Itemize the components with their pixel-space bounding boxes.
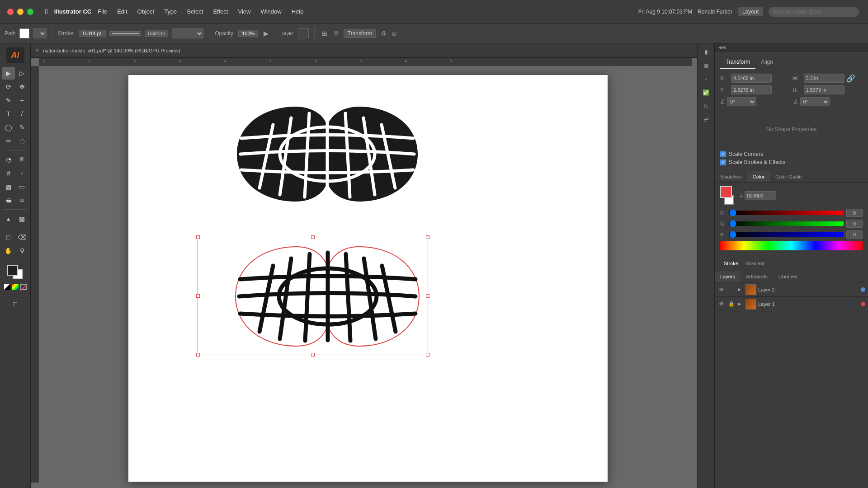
- artboard[interactable]: [128, 75, 608, 482]
- none-stroke-icon[interactable]: [20, 284, 27, 290]
- link-icon[interactable]: ☍: [702, 115, 711, 125]
- tab-align[interactable]: Align: [755, 56, 778, 69]
- tab-transform[interactable]: Transform: [720, 56, 755, 69]
- uniform-dropdown[interactable]: Uniform: [145, 30, 169, 37]
- envelope-icon[interactable]: ⎙: [380, 29, 387, 38]
- style-swatch[interactable]: [298, 28, 309, 38]
- scale-tool[interactable]: ✥: [16, 80, 28, 93]
- h-input[interactable]: [804, 85, 844, 94]
- gradient-tool[interactable]: ▭: [16, 180, 28, 193]
- layer-2-row[interactable]: 👁 ► Layer 2: [715, 282, 868, 297]
- ellipse-tool[interactable]: ◯: [2, 121, 15, 134]
- scale-corners-checkbox[interactable]: [720, 151, 726, 157]
- pen-tool[interactable]: ✎: [2, 94, 15, 107]
- transform-2-icon[interactable]: ⎚: [391, 29, 398, 38]
- maximize-button[interactable]: [27, 9, 33, 15]
- line-tool[interactable]: /: [16, 108, 28, 120]
- zoom-tool[interactable]: ⚲: [16, 244, 28, 257]
- menu-type[interactable]: Type: [160, 6, 181, 17]
- tab-color[interactable]: Color: [747, 171, 770, 182]
- menu-window[interactable]: Window: [256, 6, 286, 17]
- direct-selection-tool[interactable]: ▷: [16, 67, 28, 80]
- menu-select[interactable]: Select: [182, 6, 208, 17]
- b-value[interactable]: [846, 230, 863, 239]
- selection-tool[interactable]: ▶: [2, 67, 15, 80]
- change-screen-mode-tool[interactable]: □: [9, 298, 22, 310]
- blob-brush-tool[interactable]: ◌: [16, 135, 28, 147]
- stroke-style-dropdown[interactable]: [172, 28, 203, 38]
- warp-tool[interactable]: ◔: [2, 153, 15, 166]
- r-value[interactable]: [846, 209, 863, 217]
- tab-gradient[interactable]: Gradient: [742, 259, 768, 268]
- menu-effect[interactable]: Effect: [208, 6, 232, 17]
- blend-tool[interactable]: ∞: [16, 194, 28, 206]
- canvas-container[interactable]: 0 1 2 3 4 5 6 7 8 9: [31, 58, 697, 488]
- menu-file[interactable]: File: [93, 6, 112, 17]
- add-anchor-tool[interactable]: +: [16, 94, 28, 107]
- angle1-dropdown[interactable]: 0°: [727, 97, 756, 106]
- r-slider[interactable]: [729, 211, 844, 215]
- color-spectrum-bar[interactable]: [720, 241, 863, 250]
- export-icon[interactable]: ⎘: [703, 101, 709, 111]
- close-button[interactable]: [7, 9, 14, 15]
- pencil-tool[interactable]: ✎: [16, 121, 28, 134]
- y-input[interactable]: [731, 85, 772, 94]
- fill-swatch[interactable]: [19, 28, 29, 38]
- type-tool[interactable]: T: [2, 108, 15, 120]
- link-wh-icon[interactable]: 🔗: [846, 74, 855, 83]
- image-icon[interactable]: ✅: [701, 88, 711, 98]
- layer-1-row[interactable]: 👁 🔒 ► Layer 1: [715, 297, 868, 311]
- align-icon[interactable]: ⊞: [320, 29, 329, 38]
- x-input[interactable]: [731, 74, 772, 83]
- layer1-expand-icon[interactable]: ►: [737, 301, 744, 306]
- layer2-visibility-icon[interactable]: 👁: [717, 286, 726, 294]
- transform-button[interactable]: Transform: [344, 29, 376, 38]
- perspective-tool[interactable]: ▫: [16, 167, 28, 179]
- tab-artboards[interactable]: Artboards: [741, 271, 773, 282]
- tab-swatches[interactable]: Swatches: [715, 171, 747, 182]
- none-icon[interactable]: [4, 284, 10, 290]
- menu-view[interactable]: View: [233, 6, 255, 17]
- live-paint-tool[interactable]: ☌: [2, 167, 15, 179]
- mesh-tool[interactable]: ▩: [2, 180, 15, 193]
- tab-libraries[interactable]: Libraries: [773, 271, 803, 282]
- scale-strokes-checkbox[interactable]: [720, 160, 726, 165]
- stroke-value[interactable]: 0.314 pt: [79, 30, 106, 37]
- hex-input[interactable]: [745, 191, 776, 200]
- column-graph-tool[interactable]: ▩: [16, 212, 28, 225]
- rotate-tool[interactable]: ⟳: [2, 80, 15, 93]
- opacity-arrow-icon[interactable]: ▶: [262, 29, 270, 38]
- layer2-expand-icon[interactable]: ►: [737, 287, 744, 292]
- fill-box[interactable]: [7, 265, 18, 276]
- fg-color-swatch[interactable]: [720, 186, 732, 198]
- free-transform-tool[interactable]: ⎘: [16, 153, 28, 166]
- g-slider[interactable]: [729, 221, 844, 226]
- artboard-tool[interactable]: □: [2, 231, 15, 244]
- transform-icon[interactable]: ⎘: [333, 29, 340, 38]
- angle2-dropdown[interactable]: 0°: [800, 97, 830, 106]
- apple-menu[interactable]: : [41, 8, 52, 16]
- layout-button[interactable]: Layout: [738, 7, 763, 16]
- b-slider[interactable]: [729, 232, 844, 237]
- paintbrush-tool[interactable]: ✏: [2, 135, 15, 147]
- eyedropper-tool[interactable]: 🛳: [2, 194, 15, 206]
- gradient-box[interactable]: [12, 284, 19, 290]
- properties-icon[interactable]: ▮: [701, 47, 711, 57]
- w-input[interactable]: [804, 74, 844, 83]
- peanut-bottom-shape[interactable]: [198, 238, 429, 355]
- tab-close-button[interactable]: ✕: [35, 47, 39, 53]
- slice-tool[interactable]: ⌫: [16, 231, 28, 244]
- layer1-lock-icon[interactable]: 🔒: [727, 300, 736, 308]
- minimize-button[interactable]: [17, 9, 24, 15]
- collapse-icon[interactable]: ◀◀: [718, 45, 726, 50]
- hand-tool[interactable]: ✋: [2, 244, 15, 257]
- g-value[interactable]: [846, 220, 863, 228]
- layer1-visibility-icon[interactable]: 👁: [717, 300, 726, 308]
- tab-layers[interactable]: Layers: [715, 271, 741, 282]
- menu-edit[interactable]: Edit: [113, 6, 132, 17]
- menu-object[interactable]: Object: [133, 6, 159, 17]
- menu-help[interactable]: Help: [287, 6, 308, 17]
- tab-stroke[interactable]: Stroke: [720, 259, 742, 268]
- grid-icon[interactable]: ▦: [702, 61, 710, 70]
- align-panel-icon[interactable]: ▫: [703, 74, 708, 84]
